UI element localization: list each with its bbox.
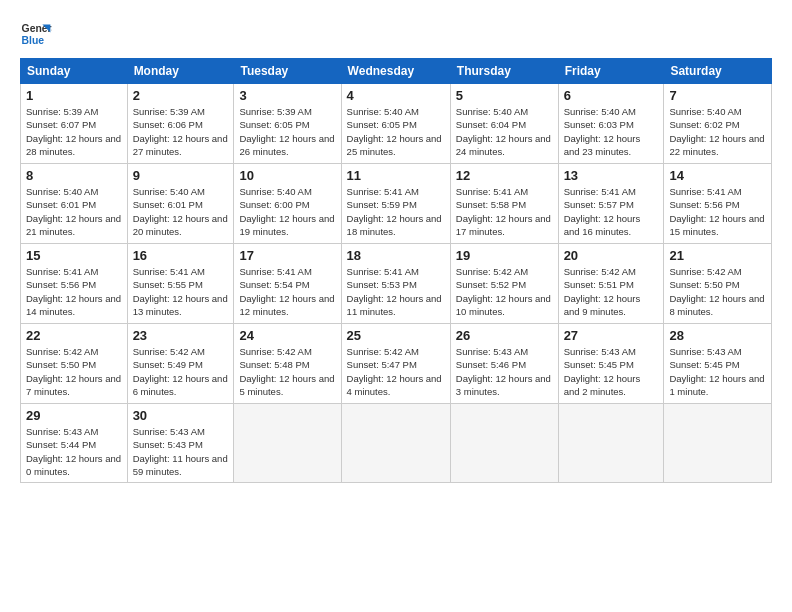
empty-cell: [341, 404, 450, 483]
day-info: Sunrise: 5:40 AMSunset: 6:01 PMDaylight:…: [133, 185, 229, 238]
day-number: 15: [26, 248, 122, 263]
day-info: Sunrise: 5:40 AMSunset: 6:01 PMDaylight:…: [26, 185, 122, 238]
day-number: 18: [347, 248, 445, 263]
page: General Blue SundayMondayTuesdayWednesda…: [0, 0, 792, 612]
day-number: 14: [669, 168, 766, 183]
day-number: 3: [239, 88, 335, 103]
empty-cell: [450, 404, 558, 483]
day-number: 22: [26, 328, 122, 343]
day-cell-20: 20Sunrise: 5:42 AMSunset: 5:51 PMDayligh…: [558, 244, 664, 324]
day-info: Sunrise: 5:41 AMSunset: 5:58 PMDaylight:…: [456, 185, 553, 238]
logo: General Blue: [20, 18, 56, 50]
day-cell-18: 18Sunrise: 5:41 AMSunset: 5:53 PMDayligh…: [341, 244, 450, 324]
day-cell-17: 17Sunrise: 5:41 AMSunset: 5:54 PMDayligh…: [234, 244, 341, 324]
day-info: Sunrise: 5:41 AMSunset: 5:53 PMDaylight:…: [347, 265, 445, 318]
day-info: Sunrise: 5:40 AMSunset: 6:04 PMDaylight:…: [456, 105, 553, 158]
day-info: Sunrise: 5:41 AMSunset: 5:57 PMDaylight:…: [564, 185, 659, 238]
day-number: 26: [456, 328, 553, 343]
day-number: 8: [26, 168, 122, 183]
day-cell-1: 1Sunrise: 5:39 AMSunset: 6:07 PMDaylight…: [21, 84, 128, 164]
col-header-wednesday: Wednesday: [341, 59, 450, 84]
empty-cell: [558, 404, 664, 483]
day-info: Sunrise: 5:40 AMSunset: 6:05 PMDaylight:…: [347, 105, 445, 158]
day-number: 27: [564, 328, 659, 343]
day-number: 7: [669, 88, 766, 103]
day-cell-9: 9Sunrise: 5:40 AMSunset: 6:01 PMDaylight…: [127, 164, 234, 244]
day-number: 9: [133, 168, 229, 183]
day-number: 30: [133, 408, 229, 423]
day-number: 12: [456, 168, 553, 183]
day-number: 19: [456, 248, 553, 263]
day-cell-2: 2Sunrise: 5:39 AMSunset: 6:06 PMDaylight…: [127, 84, 234, 164]
day-cell-19: 19Sunrise: 5:42 AMSunset: 5:52 PMDayligh…: [450, 244, 558, 324]
day-info: Sunrise: 5:43 AMSunset: 5:45 PMDaylight:…: [669, 345, 766, 398]
week-row-5: 29Sunrise: 5:43 AMSunset: 5:44 PMDayligh…: [21, 404, 772, 483]
col-header-friday: Friday: [558, 59, 664, 84]
day-info: Sunrise: 5:41 AMSunset: 5:56 PMDaylight:…: [26, 265, 122, 318]
col-header-saturday: Saturday: [664, 59, 772, 84]
day-info: Sunrise: 5:39 AMSunset: 6:06 PMDaylight:…: [133, 105, 229, 158]
day-cell-14: 14Sunrise: 5:41 AMSunset: 5:56 PMDayligh…: [664, 164, 772, 244]
day-number: 17: [239, 248, 335, 263]
day-info: Sunrise: 5:42 AMSunset: 5:49 PMDaylight:…: [133, 345, 229, 398]
day-number: 28: [669, 328, 766, 343]
logo-icon: General Blue: [20, 18, 52, 50]
day-number: 2: [133, 88, 229, 103]
day-cell-28: 28Sunrise: 5:43 AMSunset: 5:45 PMDayligh…: [664, 324, 772, 404]
header: General Blue: [20, 18, 772, 50]
empty-cell: [234, 404, 341, 483]
day-info: Sunrise: 5:42 AMSunset: 5:50 PMDaylight:…: [26, 345, 122, 398]
day-cell-4: 4Sunrise: 5:40 AMSunset: 6:05 PMDaylight…: [341, 84, 450, 164]
day-info: Sunrise: 5:43 AMSunset: 5:44 PMDaylight:…: [26, 425, 122, 478]
day-info: Sunrise: 5:42 AMSunset: 5:51 PMDaylight:…: [564, 265, 659, 318]
day-info: Sunrise: 5:40 AMSunset: 6:03 PMDaylight:…: [564, 105, 659, 158]
col-header-sunday: Sunday: [21, 59, 128, 84]
day-info: Sunrise: 5:41 AMSunset: 5:56 PMDaylight:…: [669, 185, 766, 238]
day-number: 11: [347, 168, 445, 183]
day-number: 29: [26, 408, 122, 423]
day-cell-7: 7Sunrise: 5:40 AMSunset: 6:02 PMDaylight…: [664, 84, 772, 164]
day-cell-29: 29Sunrise: 5:43 AMSunset: 5:44 PMDayligh…: [21, 404, 128, 483]
day-cell-22: 22Sunrise: 5:42 AMSunset: 5:50 PMDayligh…: [21, 324, 128, 404]
day-number: 10: [239, 168, 335, 183]
day-number: 4: [347, 88, 445, 103]
day-number: 6: [564, 88, 659, 103]
day-info: Sunrise: 5:42 AMSunset: 5:48 PMDaylight:…: [239, 345, 335, 398]
day-info: Sunrise: 5:43 AMSunset: 5:45 PMDaylight:…: [564, 345, 659, 398]
day-number: 5: [456, 88, 553, 103]
day-cell-23: 23Sunrise: 5:42 AMSunset: 5:49 PMDayligh…: [127, 324, 234, 404]
day-number: 1: [26, 88, 122, 103]
day-info: Sunrise: 5:42 AMSunset: 5:52 PMDaylight:…: [456, 265, 553, 318]
header-row: SundayMondayTuesdayWednesdayThursdayFrid…: [21, 59, 772, 84]
day-number: 25: [347, 328, 445, 343]
day-cell-11: 11Sunrise: 5:41 AMSunset: 5:59 PMDayligh…: [341, 164, 450, 244]
day-cell-5: 5Sunrise: 5:40 AMSunset: 6:04 PMDaylight…: [450, 84, 558, 164]
day-info: Sunrise: 5:39 AMSunset: 6:07 PMDaylight:…: [26, 105, 122, 158]
col-header-thursday: Thursday: [450, 59, 558, 84]
day-cell-24: 24Sunrise: 5:42 AMSunset: 5:48 PMDayligh…: [234, 324, 341, 404]
day-number: 20: [564, 248, 659, 263]
day-info: Sunrise: 5:43 AMSunset: 5:43 PMDaylight:…: [133, 425, 229, 478]
day-number: 13: [564, 168, 659, 183]
day-cell-27: 27Sunrise: 5:43 AMSunset: 5:45 PMDayligh…: [558, 324, 664, 404]
day-info: Sunrise: 5:40 AMSunset: 6:00 PMDaylight:…: [239, 185, 335, 238]
day-cell-21: 21Sunrise: 5:42 AMSunset: 5:50 PMDayligh…: [664, 244, 772, 324]
day-info: Sunrise: 5:42 AMSunset: 5:47 PMDaylight:…: [347, 345, 445, 398]
day-info: Sunrise: 5:43 AMSunset: 5:46 PMDaylight:…: [456, 345, 553, 398]
day-cell-30: 30Sunrise: 5:43 AMSunset: 5:43 PMDayligh…: [127, 404, 234, 483]
day-cell-25: 25Sunrise: 5:42 AMSunset: 5:47 PMDayligh…: [341, 324, 450, 404]
day-info: Sunrise: 5:39 AMSunset: 6:05 PMDaylight:…: [239, 105, 335, 158]
col-header-monday: Monday: [127, 59, 234, 84]
day-cell-10: 10Sunrise: 5:40 AMSunset: 6:00 PMDayligh…: [234, 164, 341, 244]
col-header-tuesday: Tuesday: [234, 59, 341, 84]
week-row-2: 8Sunrise: 5:40 AMSunset: 6:01 PMDaylight…: [21, 164, 772, 244]
day-info: Sunrise: 5:41 AMSunset: 5:59 PMDaylight:…: [347, 185, 445, 238]
day-number: 24: [239, 328, 335, 343]
svg-text:Blue: Blue: [22, 35, 45, 46]
week-row-4: 22Sunrise: 5:42 AMSunset: 5:50 PMDayligh…: [21, 324, 772, 404]
day-info: Sunrise: 5:41 AMSunset: 5:54 PMDaylight:…: [239, 265, 335, 318]
day-cell-3: 3Sunrise: 5:39 AMSunset: 6:05 PMDaylight…: [234, 84, 341, 164]
day-number: 16: [133, 248, 229, 263]
day-number: 23: [133, 328, 229, 343]
day-cell-26: 26Sunrise: 5:43 AMSunset: 5:46 PMDayligh…: [450, 324, 558, 404]
